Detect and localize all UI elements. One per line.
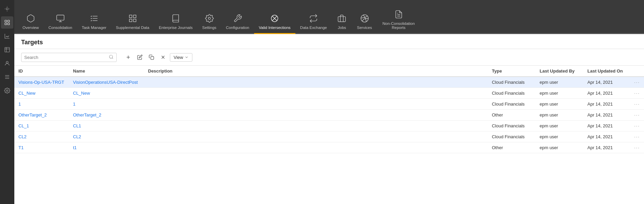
cell-name[interactable]: 1 bbox=[69, 99, 144, 110]
svg-rect-2 bbox=[8, 20, 10, 22]
row-actions-menu[interactable]: ··· bbox=[627, 77, 644, 88]
sidebar-settings-icon[interactable] bbox=[1, 84, 13, 97]
valid-intersections-icon bbox=[269, 13, 280, 23]
cell-id[interactable]: 1 bbox=[14, 99, 69, 110]
nav-task-manager[interactable]: Task Manager bbox=[77, 10, 111, 34]
sidebar-targets-icon[interactable] bbox=[1, 16, 13, 29]
table-row[interactable]: T1 t1 Other epm user Apr 14, 2021 ··· bbox=[14, 142, 644, 153]
targets-table: ID Name Description Type Last Updated By… bbox=[14, 66, 644, 153]
cell-type: Other bbox=[488, 110, 536, 121]
delete-button[interactable] bbox=[158, 52, 168, 62]
cell-name[interactable]: CL1 bbox=[69, 121, 144, 131]
nav-configuration[interactable]: Configuration bbox=[221, 10, 254, 34]
cell-description bbox=[144, 121, 488, 131]
cell-updated-on: Apr 14, 2021 bbox=[583, 142, 627, 153]
row-actions-menu[interactable]: ··· bbox=[627, 88, 644, 99]
cell-id[interactable]: CL2 bbox=[14, 131, 69, 142]
table-row[interactable]: CL2 CL2 Cloud Financials epm user Apr 14… bbox=[14, 131, 644, 142]
cell-updated-by: epm user bbox=[536, 99, 583, 110]
row-actions-menu[interactable]: ··· bbox=[627, 142, 644, 153]
svg-rect-1 bbox=[5, 20, 6, 22]
cell-description bbox=[144, 142, 488, 153]
col-header-name: Name bbox=[69, 66, 144, 77]
sidebar-chart-icon[interactable] bbox=[1, 30, 13, 42]
toolbar: View bbox=[14, 49, 644, 66]
configuration-icon bbox=[233, 13, 243, 23]
nav-overview[interactable]: Overview bbox=[18, 10, 44, 34]
cell-updated-on: Apr 14, 2021 bbox=[583, 131, 627, 142]
cell-updated-on: Apr 14, 2021 bbox=[583, 77, 627, 88]
table-row[interactable]: OtherTarget_2 OtherTarget_2 Other epm us… bbox=[14, 110, 644, 121]
view-label: View bbox=[174, 55, 183, 60]
table-row[interactable]: CL_1 CL1 Cloud Financials epm user Apr 1… bbox=[14, 121, 644, 131]
cell-type: Cloud Financials bbox=[488, 88, 536, 99]
cell-updated-by: epm user bbox=[536, 88, 583, 99]
nav-consolidation-label: Consolidation bbox=[48, 26, 72, 30]
toolbar-actions: View bbox=[123, 52, 192, 62]
search-box[interactable] bbox=[21, 53, 117, 62]
cell-type: Cloud Financials bbox=[488, 121, 536, 131]
nav-consolidation[interactable]: Consolidation bbox=[44, 10, 77, 34]
cell-description bbox=[144, 88, 488, 99]
nav-jobs-label: Jobs bbox=[338, 26, 346, 30]
cell-id[interactable]: CL_1 bbox=[14, 121, 69, 131]
nav-valid-intersections[interactable]: Valid Intersections bbox=[254, 10, 295, 34]
cell-name[interactable]: CL2 bbox=[69, 131, 144, 142]
row-actions-menu[interactable]: ··· bbox=[627, 121, 644, 131]
cell-id[interactable]: OtherTarget_2 bbox=[14, 110, 69, 121]
cell-id[interactable]: Visions-Op-USA-TRGT bbox=[14, 77, 69, 88]
nav-non-consolidation-reports[interactable]: Non-Consolidation Reports bbox=[377, 6, 421, 34]
nav-data-exchange-label: Data Exchange bbox=[300, 26, 327, 30]
table-row[interactable]: Visions-Op-USA-TRGT VisionOperationsUSA-… bbox=[14, 77, 644, 88]
cell-id[interactable]: T1 bbox=[14, 142, 69, 153]
cell-updated-by: epm user bbox=[536, 110, 583, 121]
enterprise-journals-icon bbox=[171, 13, 181, 23]
jobs-icon bbox=[337, 13, 347, 23]
supplemental-data-icon bbox=[128, 13, 138, 23]
cell-name[interactable]: VisionOperationsUSA-DirectPost bbox=[69, 77, 144, 88]
table-row[interactable]: CL_New CL_New Cloud Financials epm user … bbox=[14, 88, 644, 99]
nav-services[interactable]: Services bbox=[352, 10, 377, 34]
row-actions-menu[interactable]: ··· bbox=[627, 131, 644, 142]
svg-point-0 bbox=[6, 8, 8, 10]
page-title: Targets bbox=[21, 39, 637, 46]
nav-settings[interactable]: Settings bbox=[197, 10, 221, 34]
sidebar-home-icon[interactable] bbox=[1, 3, 13, 15]
svg-rect-18 bbox=[133, 19, 136, 22]
cell-updated-on: Apr 14, 2021 bbox=[583, 88, 627, 99]
cell-type: Other bbox=[488, 142, 536, 153]
sidebar-list-icon[interactable] bbox=[1, 71, 13, 83]
cell-updated-by: epm user bbox=[536, 131, 583, 142]
sidebar bbox=[0, 0, 14, 204]
cell-description bbox=[144, 131, 488, 142]
edit-button[interactable] bbox=[135, 52, 145, 62]
view-button[interactable]: View bbox=[170, 53, 192, 62]
add-button[interactable] bbox=[123, 52, 133, 62]
row-actions-menu[interactable]: ··· bbox=[627, 110, 644, 121]
svg-rect-11 bbox=[57, 15, 64, 20]
nav-non-consolidation-label: Non-Consolidation Reports bbox=[382, 21, 416, 30]
nav-task-manager-label: Task Manager bbox=[82, 26, 106, 30]
consolidation-icon bbox=[55, 13, 65, 23]
table-row[interactable]: 1 1 Cloud Financials epm user Apr 14, 20… bbox=[14, 99, 644, 110]
search-input[interactable] bbox=[24, 55, 109, 60]
row-actions-menu[interactable]: ··· bbox=[627, 99, 644, 110]
svg-rect-3 bbox=[5, 23, 6, 25]
svg-point-10 bbox=[6, 90, 8, 92]
cell-description bbox=[144, 110, 488, 121]
sidebar-table-icon[interactable] bbox=[1, 44, 13, 56]
cell-id[interactable]: CL_New bbox=[14, 88, 69, 99]
cell-type: Cloud Financials bbox=[488, 131, 536, 142]
cell-name[interactable]: OtherTarget_2 bbox=[69, 110, 144, 121]
cell-updated-on: Apr 14, 2021 bbox=[583, 121, 627, 131]
nav-enterprise-journals[interactable]: Enterprise Journals bbox=[154, 10, 197, 34]
copy-button[interactable] bbox=[147, 52, 156, 62]
nav-jobs[interactable]: Jobs bbox=[332, 10, 352, 34]
nav-data-exchange[interactable]: Data Exchange bbox=[295, 10, 332, 34]
sidebar-user-icon[interactable] bbox=[1, 57, 13, 69]
nav-supplemental-data[interactable]: Supplemental Data bbox=[111, 10, 154, 34]
cell-name[interactable]: t1 bbox=[69, 142, 144, 153]
nav-settings-label: Settings bbox=[202, 26, 217, 30]
nav-supplemental-label: Supplemental Data bbox=[116, 26, 149, 30]
cell-name[interactable]: CL_New bbox=[69, 88, 144, 99]
